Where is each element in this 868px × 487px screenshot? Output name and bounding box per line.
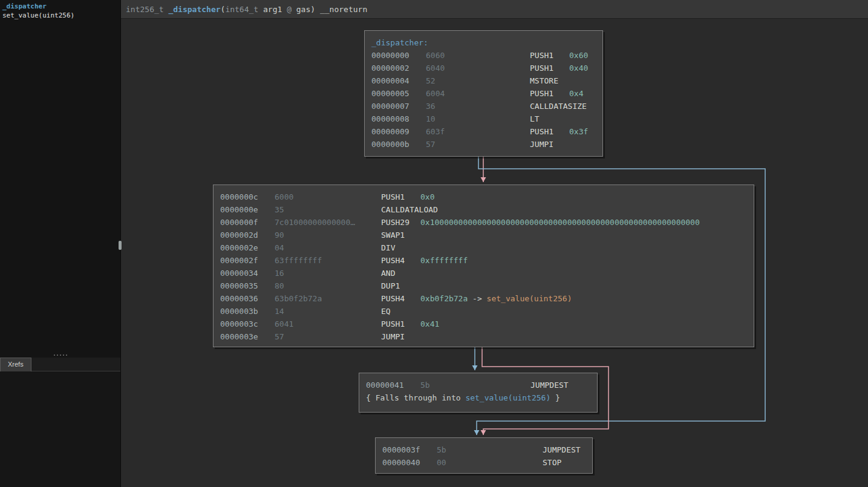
instruction-text: DUP1 [381,281,420,290]
instruction-row[interactable]: 0000000736CALLDATASIZE [371,100,602,113]
instruction-address: 0000003e [220,330,275,343]
instruction-row[interactable]: 000000006060PUSH10x60 [371,49,602,62]
basic-block-0000003f[interactable]: 0000003f5bJUMPDEST0000004000STOP [375,437,593,474]
instruction-bytes: 5b [437,443,543,456]
instruction-mnemonic: JUMPI [530,138,569,151]
instruction-mnemonic: EQ [381,305,420,318]
instruction-text: PUSH10x41 [381,319,439,328]
instruction-row[interactable]: 0000003c6041PUSH10x41 [220,318,754,330]
instruction-operand: 0x10000000000000000000000000000000000000… [420,218,700,227]
instruction-row[interactable]: 000000415bJUMPDEST [366,379,597,391]
instruction-mnemonic: DUP1 [381,279,420,292]
graph-canvas[interactable]: _dispatcher:000000006060PUSH10x600000000… [0,0,868,487]
instruction-row[interactable]: 0000003663b0f2b72aPUSH40xb0f2b72a -> set… [220,292,754,305]
instruction-row[interactable]: 00000009603fPUSH10x3f [371,125,602,138]
instruction-row[interactable]: 0000003580DUP1 [220,279,754,292]
sidebar-resize-handle[interactable] [119,241,122,250]
instruction-address: 00000004 [371,74,426,87]
panel-splitter[interactable] [0,353,120,358]
instruction-text: CALLDATASIZE [530,102,587,111]
instruction-row[interactable]: 0000000f7c01000000000000…PUSH290x1000000… [220,216,754,229]
instruction-row[interactable]: 0000000c6000PUSH10x0 [220,191,754,203]
instruction-address: 0000003f [382,443,437,456]
basic-block-00000000[interactable]: _dispatcher:000000006060PUSH10x600000000… [364,30,603,157]
instruction-row[interactable]: 0000000810LT [371,113,602,125]
operand-arrow: -> [468,294,486,303]
function-list-item[interactable]: _dispatcher [2,2,118,11]
instruction-text: AND [381,269,420,278]
signature-token: arg1 [263,5,282,14]
instruction-operand: 0x4 [569,89,583,98]
signature-token: @ [282,5,296,14]
instruction-row[interactable]: 0000004000STOP [382,456,592,469]
instruction-mnemonic: PUSH1 [381,191,420,203]
instruction-bytes: 52 [426,74,530,87]
symbol-reference[interactable]: set_value(uint256) [487,294,572,303]
instruction-bytes: 80 [275,279,381,292]
instruction-address: 0000003c [220,318,275,330]
instruction-mnemonic: JUMPI [381,330,420,343]
instruction-row[interactable]: 0000003b14EQ [220,305,754,318]
instruction-address: 00000035 [220,279,275,292]
signature-token: gas [296,5,310,14]
instruction-text: LT [530,114,569,123]
instruction-row[interactable]: 0000000452MSTORE [371,74,602,87]
instruction-row[interactable]: 000000056004PUSH10x4 [371,87,602,100]
instruction-mnemonic: PUSH1 [530,62,569,74]
basic-block-00000041[interactable]: 000000415bJUMPDEST{ Falls through into s… [359,373,598,413]
instruction-text: JUMPI [381,332,420,341]
instruction-text: PUSH290x10000000000000000000000000000000… [381,218,700,227]
instruction-row[interactable]: 0000002f63ffffffffPUSH40xffffffff [220,254,754,267]
instruction-address: 00000009 [371,125,426,138]
instruction-row[interactable]: 000000026040PUSH10x40 [371,62,602,74]
instruction-bytes: 90 [275,229,381,241]
instruction-bytes: 35 [275,203,381,216]
signature-token: ) [310,5,320,14]
instruction-text: PUSH10x40 [530,64,588,73]
instruction-text: PUSH10x4 [530,89,583,98]
instruction-text: DIV [381,243,420,252]
instruction-address: 0000000b [371,138,426,151]
instruction-mnemonic: AND [381,267,420,279]
instruction-operand: 0x60 [569,51,588,60]
symbol-reference[interactable]: set_value(uint256) [465,393,550,402]
instruction-bytes: 04 [275,241,381,254]
instruction-row[interactable]: 0000003416AND [220,267,754,279]
basic-block-0000000c[interactable]: 0000000c6000PUSH10x00000000e35CALLDATALO… [213,185,754,347]
instruction-address: 00000002 [371,62,426,74]
splitter-grip-icon [54,355,67,356]
signature-bar: int256_t _dispatcher(int64_t arg1 @ gas)… [121,0,868,19]
instruction-row[interactable]: 0000000b57JUMPI [371,138,602,151]
instruction-text: MSTORE [530,76,569,85]
instruction-mnemonic: PUSH29 [381,216,420,229]
instruction-row[interactable]: 0000003e57JUMPI [220,330,754,343]
instruction-mnemonic: CALLDATALOAD [381,203,438,216]
instruction-bytes: 603f [426,125,530,138]
instruction-address: 0000000f [220,216,275,229]
xrefs-tab[interactable]: Xrefs [0,358,31,371]
instruction-row[interactable]: 0000002d90SWAP1 [220,229,754,241]
xrefs-panel [0,371,120,487]
instruction-mnemonic: MSTORE [530,74,569,87]
instruction-mnemonic: JUMPDEST [543,443,582,456]
instruction-text: EQ [381,307,420,316]
instruction-address: 0000003b [220,305,275,318]
instruction-bytes: 6004 [426,87,530,100]
instruction-mnemonic: PUSH4 [381,254,420,267]
instruction-row[interactable]: 0000003f5bJUMPDEST [382,443,592,456]
instruction-row[interactable]: 0000000e35CALLDATALOAD [220,203,754,216]
instruction-row[interactable]: 0000002e04DIV [220,241,754,254]
instruction-operand: 0x40 [569,64,588,73]
instruction-mnemonic: PUSH1 [381,318,420,330]
instruction-text: CALLDATALOAD [381,205,438,214]
instruction-text: PUSH10x0 [381,192,434,201]
instruction-operand: 0xffffffff [420,256,468,265]
instruction-operand: 0x0 [420,192,434,201]
instruction-address: 0000000c [220,191,275,203]
instruction-text: JUMPI [530,140,569,149]
instruction-bytes: 5b [420,379,530,391]
instruction-bytes: 6060 [426,49,530,62]
instruction-mnemonic: PUSH1 [530,49,569,62]
function-list-item[interactable]: set_value(uint256) [2,11,118,20]
instruction-address: 00000008 [371,113,426,125]
